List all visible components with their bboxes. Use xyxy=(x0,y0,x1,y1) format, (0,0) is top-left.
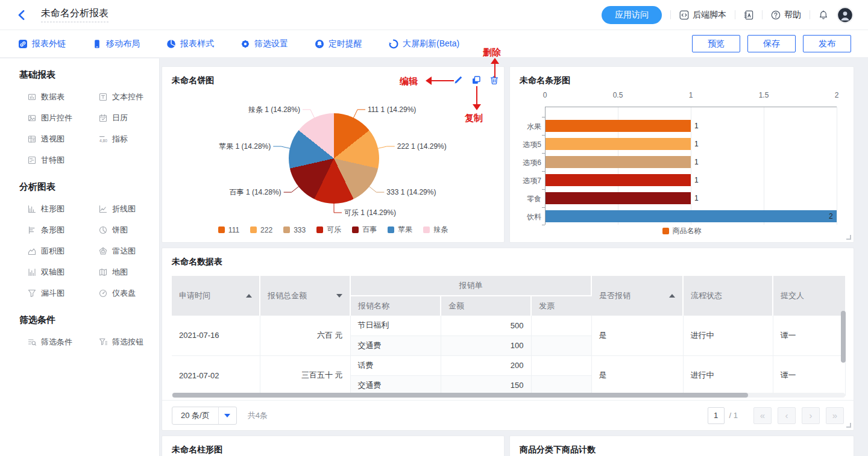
sidebar-item-dual-axis[interactable]: 双轴图 xyxy=(28,267,99,278)
preview-button[interactable]: 预览 xyxy=(692,35,740,52)
toolbar-tab-report-style[interactable]: 报表样式 xyxy=(166,39,214,49)
sort-desc-icon[interactable] xyxy=(336,294,342,298)
legend-swatch xyxy=(283,226,290,233)
funnel-chart-icon xyxy=(28,289,36,298)
data-table-card[interactable]: 未命名数据表 申请时间报销总金额报销单是否报销流程状态提交人报销名称金额发票 2… xyxy=(162,248,854,431)
app-access-button[interactable]: 应用访问 xyxy=(602,6,662,24)
sidebar-item-label: 筛选条件 xyxy=(41,337,72,348)
last-page-button[interactable]: » xyxy=(826,407,844,424)
horizontal-scrollbar[interactable] xyxy=(172,393,845,398)
sidebar-item-map[interactable]: 地图 xyxy=(99,267,159,278)
column-header-submitter[interactable]: 提交人 xyxy=(773,276,845,316)
toolbar-tab-mobile-layout[interactable]: 移动布局 xyxy=(92,39,140,49)
x-axis-tick-label: 1 xyxy=(679,91,703,99)
column-chart-icon xyxy=(28,205,36,213)
avatar[interactable] xyxy=(837,7,854,23)
legend-swatch xyxy=(250,226,257,233)
legend-item[interactable]: 222 xyxy=(250,226,272,234)
pie-slice-label: 222 1 (14.29%) xyxy=(397,142,447,151)
column-chart-card[interactable]: 未命名柱形图 xyxy=(162,436,505,456)
sidebar-item-bar-chart[interactable]: 条形图 xyxy=(28,225,99,236)
filter-condition-icon xyxy=(28,338,36,346)
first-page-button[interactable]: « xyxy=(753,407,772,424)
count-chart-card[interactable]: 商品分类下商品计数 xyxy=(509,436,854,456)
sidebar-item-filter-button[interactable]: 筛选按钮 xyxy=(99,337,159,348)
pie-slice-label: 111 1 (14.29%) xyxy=(368,105,416,114)
divider xyxy=(762,10,763,19)
page-number-input[interactable] xyxy=(708,407,725,424)
column-group-header: 报销单 xyxy=(350,276,591,296)
pie-chart xyxy=(289,113,379,204)
legend-item[interactable]: 百事 xyxy=(352,225,377,235)
sidebar-item-filter-condition[interactable]: 筛选条件 xyxy=(28,337,99,348)
resize-handle[interactable] xyxy=(846,235,851,240)
sidebar-item-pie-chart[interactable]: 饼图 xyxy=(99,225,159,236)
sidebar-item-funnel-chart[interactable]: 漏斗图 xyxy=(28,288,99,299)
legend-item[interactable]: 商品名称 xyxy=(662,226,702,236)
legend-item[interactable]: 苹果 xyxy=(388,225,412,235)
legend-item[interactable]: 333 xyxy=(283,226,306,234)
page-size-select[interactable]: 20 条/页 xyxy=(172,407,237,425)
pie-chart-card[interactable]: 未命名饼图 111 1 (14.29%)222 1 (14.29%)333 1 … xyxy=(162,66,505,243)
resize-handle[interactable] xyxy=(846,423,851,428)
widget-sidebar: 基础报表数据表文本控件图片控件日历透视图4,80指标甘特图分析图表柱形图折线图条… xyxy=(0,58,160,456)
back-button[interactable] xyxy=(16,9,28,21)
horizontal-scrollbar-thumb[interactable] xyxy=(172,393,748,398)
sidebar-item-metric[interactable]: 4,80指标 xyxy=(99,134,159,145)
sort-asc-icon[interactable] xyxy=(669,294,675,298)
column-subheader[interactable]: 发票 xyxy=(531,296,591,316)
column-header-status[interactable]: 流程状态 xyxy=(683,276,773,316)
calendar-icon xyxy=(99,114,107,122)
column-subheader[interactable]: 报销名称 xyxy=(350,296,441,316)
help-link[interactable]: 帮助 xyxy=(771,10,801,20)
toolbar-tab-filter-settings[interactable]: 筛选设置 xyxy=(241,39,288,49)
column-subheader[interactable]: 金额 xyxy=(441,296,531,316)
sort-asc-icon[interactable] xyxy=(246,294,252,298)
cell-reimbursed: 是 xyxy=(591,316,683,355)
notifications-button[interactable] xyxy=(819,10,828,20)
pie-chart-icon xyxy=(99,226,107,234)
legend-item[interactable]: 111 xyxy=(218,226,239,234)
toolbar-tab-external-link[interactable]: 报表外链 xyxy=(18,39,66,49)
edit-icon[interactable] xyxy=(453,75,463,85)
x-axis-tick-label: 0 xyxy=(533,91,557,99)
toolbar-tab-screen-refresh[interactable]: 大屏刷新(Beta) xyxy=(389,39,459,49)
sidebar-item-gantt[interactable]: 甘特图 xyxy=(28,155,99,166)
cell-amount: 200 xyxy=(441,355,531,375)
column-header-total-amount[interactable]: 报销总金额 xyxy=(260,276,350,316)
legend-item[interactable]: 可乐 xyxy=(316,225,341,235)
bar-value-label: 1 xyxy=(694,176,699,184)
vertical-scrollbar-thumb[interactable] xyxy=(841,311,846,363)
prev-page-button[interactable]: ‹ xyxy=(778,407,796,424)
toolbar-tab-timer-reminder[interactable]: 定时提醒 xyxy=(315,39,362,49)
sidebar-item-image-widget[interactable]: 图片控件 xyxy=(28,113,99,123)
bar-chart-card[interactable]: 未命名条形图 00.511.52水果1选项51选项61选项71零食1饮料2 商品… xyxy=(509,66,854,243)
sidebar-item-area-chart[interactable]: 面积图 xyxy=(28,246,99,257)
line-chart-icon xyxy=(99,205,107,213)
mobile-layout-icon xyxy=(92,39,102,49)
sidebar-item-column-chart[interactable]: 柱形图 xyxy=(28,204,99,214)
column-header-apply-date[interactable]: 申请时间 xyxy=(172,276,260,316)
sidebar-item-radar-chart[interactable]: 雷达图 xyxy=(99,246,159,257)
toolbar-actions: 预览保存发布 xyxy=(692,35,851,52)
backend-script-link[interactable]: 后端脚本 xyxy=(679,10,726,20)
legend-item[interactable]: 辣条 xyxy=(423,225,448,235)
sidebar-item-text-widget[interactable]: 文本控件 xyxy=(99,92,159,102)
next-page-button[interactable]: › xyxy=(802,407,820,424)
bar-水果 xyxy=(546,120,691,132)
address-book-button[interactable] xyxy=(744,10,753,20)
copy-icon[interactable] xyxy=(471,75,481,85)
save-button[interactable]: 保存 xyxy=(747,35,796,52)
y-axis-category-label: 选项7 xyxy=(511,176,541,186)
y-axis-category-label: 零食 xyxy=(511,194,541,204)
bar-value-label: 2 xyxy=(829,212,833,220)
sidebar-item-line-chart[interactable]: 折线图 xyxy=(99,204,159,214)
column-header-label: 提交人 xyxy=(781,290,804,301)
svg-text:4,80: 4,80 xyxy=(99,139,107,143)
sidebar-item-pivot[interactable]: 透视图 xyxy=(28,134,99,145)
sidebar-item-calendar[interactable]: 日历 xyxy=(99,113,159,123)
column-header-reimbursed[interactable]: 是否报销 xyxy=(591,276,683,316)
publish-button[interactable]: 发布 xyxy=(803,35,851,52)
sidebar-item-data-table[interactable]: 数据表 xyxy=(28,92,99,102)
sidebar-item-gauge[interactable]: 仪表盘 xyxy=(99,288,159,299)
